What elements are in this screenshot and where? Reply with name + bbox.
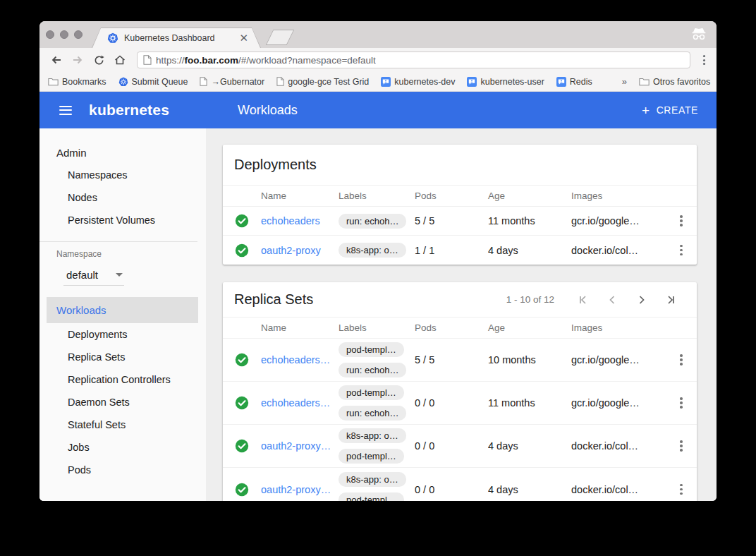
bookmark-kubernetes-user[interactable]: kubernetes-user [467,77,544,87]
row-menu-icon[interactable] [666,480,697,500]
browser-window: Kubernetes Dashboard ✕ [39,21,717,501]
column-age: Age [488,191,571,201]
column-labels: Labels [339,322,415,333]
resource-link[interactable]: oauth2-proxy [261,245,339,256]
url-text: https://foo.bar.com/#/workload?namespace… [156,55,376,66]
resource-link[interactable]: oauth2-proxy… [261,484,339,495]
bookmark-redis[interactable]: Redis [556,77,592,87]
browser-tab[interactable]: Kubernetes Dashboard ✕ [92,28,261,48]
status-ok-icon [223,483,261,497]
sidebar-item-nodes[interactable]: Nodes [39,186,206,209]
sidebar-item-persistent-volumes[interactable]: Persistent Volumes [39,209,206,231]
pagination: 1 - 10 of 12 [506,290,685,310]
deployments-table-header: Name Labels Pods Age Images [223,185,697,207]
sidebar-item-replication-controllers[interactable]: Replication Controllers [39,368,206,391]
zoom-window-button[interactable] [74,30,83,39]
close-window-button[interactable] [46,30,54,39]
page-title: Workloads [238,103,298,118]
chevron-down-icon [116,273,123,277]
page-icon [200,77,207,86]
row-menu-icon[interactable] [666,241,697,260]
folder-icon [639,78,650,86]
hamburger-menu-icon[interactable] [58,103,73,118]
age-value: 4 days [488,484,571,495]
namespace-select[interactable]: default [63,267,124,286]
replica-sets-card-title: Replica Sets [234,291,313,308]
previous-page-button[interactable] [598,290,626,310]
column-pods: Pods [415,322,488,333]
row-menu-icon[interactable] [666,350,697,370]
main-content: Deployments Name Labels Pods Age Images [206,128,717,501]
url-bar[interactable]: https://foo.bar.com/#/workload?namespace… [137,52,690,68]
table-row: echoheaders… pod-templ… run: echoh… 0 / … [223,382,697,425]
table-row: oauth2-proxy… k8s-app: o… pod-templ… 0 /… [223,468,697,501]
sidebar-item-replica-sets[interactable]: Replica Sets [39,346,206,368]
kubernetes-brand[interactable]: kubernetes [89,102,169,119]
resource-link[interactable]: echoheaders [261,215,339,226]
bookmark-otros-favoritos[interactable]: Otros favoritos [639,77,710,87]
browser-toolbar: https://foo.bar.com/#/workload?namespace… [39,48,717,72]
bookmark-submit-queue[interactable]: Submit Queue [118,77,188,87]
status-ok-icon [223,214,261,228]
sidebar-item-admin[interactable]: Admin [39,141,206,164]
pods-value: 0 / 0 [415,397,488,409]
sidebar-item-workloads[interactable]: Workloads [47,297,198,323]
row-menu-icon[interactable] [666,393,697,413]
next-page-button[interactable] [628,290,656,310]
back-button[interactable] [48,52,65,68]
bookmark-gubernator[interactable]: →Gubernator [200,77,264,87]
label-chip: pod-templ… [339,385,404,400]
bookmark-kubernetes-dev[interactable]: kubernetes-dev [381,77,455,87]
page-icon [143,55,152,65]
sidebar-divider [39,241,197,242]
row-menu-icon[interactable] [666,436,697,456]
home-button[interactable] [111,52,128,68]
label-chip: run: echoh… [339,406,406,421]
sidebar-item-namespaces[interactable]: Namespaces [39,164,206,186]
pods-value: 1 / 1 [415,245,488,256]
label-chip: run: echoh… [339,363,406,377]
screenshot-stage: Kubernetes Dashboard ✕ [0,0,756,556]
bookmarks-overflow-chevron[interactable]: » [622,76,627,87]
plus-icon: + [642,104,650,117]
sidebar-item-daemon-sets[interactable]: Daemon Sets [39,391,206,413]
tab-close-icon[interactable]: ✕ [239,32,248,43]
bookmark-google-gce-test-grid[interactable]: google-gce Test Grid [276,77,369,87]
kubernetes-favicon-icon [107,32,118,44]
browser-menu-icon[interactable] [699,52,709,68]
pods-value: 5 / 5 [415,215,488,226]
label-chip: k8s-app: o… [339,428,406,443]
bookmark-bookmarks[interactable]: Bookmarks [48,77,106,87]
first-page-button[interactable] [568,290,597,310]
reload-button[interactable] [90,52,107,68]
new-tab-button[interactable] [266,30,295,45]
label-chip: pod-templ… [339,449,404,464]
images-value: gcr.io/google… [571,397,666,409]
table-row: oauth2-proxy k8s-app: o… 1 / 1 4 days do… [223,236,697,265]
resource-link[interactable]: oauth2-proxy… [261,440,339,452]
row-menu-icon[interactable] [666,211,697,231]
table-row: echoheaders run: echoh… 5 / 5 11 months … [223,207,697,236]
age-value: 4 days [488,245,571,256]
namespace-label: Namespace [39,249,206,259]
forward-button[interactable] [69,52,86,68]
replica-sets-card: Replica Sets 1 - 10 of 12 [223,282,697,501]
column-labels: Labels [339,191,415,201]
bookmarks-bar: Bookmarks Submit Queue →Gubernato [39,72,717,92]
sidebar-item-deployments[interactable]: Deployments [39,323,206,346]
sidebar-item-jobs[interactable]: Jobs [39,436,206,459]
label-chip: run: echoh… [339,214,406,229]
sidebar-item-pods[interactable]: Pods [39,459,206,481]
resource-link[interactable]: echoheaders… [261,354,339,365]
tab-title: Kubernetes Dashboard [124,33,233,43]
folder-icon [48,78,59,86]
resource-link[interactable]: echoheaders… [261,397,339,409]
incognito-icon [691,27,707,44]
groups-icon [556,77,566,87]
label-chip: pod-templ… [339,492,404,502]
sidebar-item-stateful-sets[interactable]: Stateful Sets [39,413,206,436]
minimize-window-button[interactable] [60,30,68,39]
column-pods: Pods [415,191,488,201]
last-page-button[interactable] [657,290,685,310]
create-button[interactable]: + CREATE [642,104,698,117]
